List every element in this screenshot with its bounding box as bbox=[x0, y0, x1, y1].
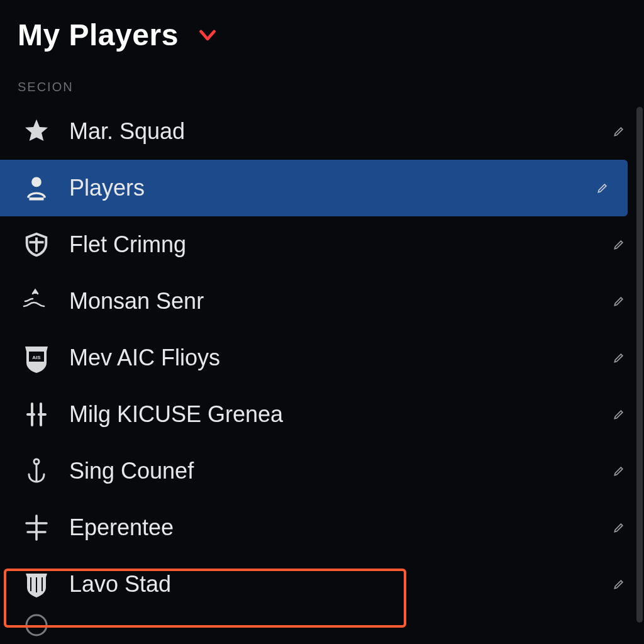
edit-icon[interactable] bbox=[611, 350, 626, 365]
circle-icon bbox=[18, 613, 55, 638]
edit-icon[interactable] bbox=[611, 407, 626, 422]
list-item[interactable]: Lavo Stad bbox=[0, 556, 644, 613]
cross-icon bbox=[18, 509, 55, 547]
list-item-label: Eperentee bbox=[55, 514, 611, 541]
badge-icon: AIS bbox=[18, 339, 55, 377]
list-item-label: Monsan Senr bbox=[55, 288, 611, 314]
edit-icon[interactable] bbox=[611, 577, 626, 592]
shield-icon bbox=[18, 226, 55, 264]
edit-icon[interactable] bbox=[611, 237, 626, 252]
edit-icon[interactable] bbox=[611, 124, 626, 139]
list-item-label: Milg KICUSE Grenea bbox=[55, 401, 611, 428]
list-item[interactable]: Milg KICUSE Grenea bbox=[0, 386, 644, 443]
nav-list: Mar. Squad Players bbox=[0, 103, 644, 638]
edit-icon[interactable] bbox=[595, 180, 610, 196]
list-item[interactable]: Monsan Senr bbox=[0, 273, 644, 330]
list-item-label: Mar. Squad bbox=[55, 118, 611, 145]
list-item-label: Sing Counef bbox=[55, 458, 611, 484]
page-header: My Players bbox=[0, 0, 644, 57]
edit-icon[interactable] bbox=[611, 294, 626, 309]
bars-icon bbox=[18, 396, 55, 433]
star-icon bbox=[18, 113, 55, 150]
list-item-label bbox=[55, 613, 626, 638]
list-item-label: Mev AIC Flioys bbox=[55, 345, 611, 371]
chevron-down-icon[interactable] bbox=[196, 24, 219, 47]
svg-text:AIS: AIS bbox=[32, 355, 41, 360]
svg-point-18 bbox=[26, 615, 47, 635]
person-icon bbox=[18, 169, 55, 207]
edit-icon[interactable] bbox=[611, 520, 626, 535]
list-item[interactable]: Players bbox=[0, 160, 628, 216]
svg-point-0 bbox=[33, 178, 40, 186]
list-item-label: Flet Crimng bbox=[55, 231, 611, 258]
page-title: My Players bbox=[18, 18, 179, 52]
list-item[interactable]: Eperentee bbox=[0, 499, 644, 556]
crest-icon bbox=[18, 565, 55, 603]
list-item[interactable]: Mar. Squad bbox=[0, 103, 644, 160]
list-item[interactable] bbox=[0, 613, 644, 638]
anchor-icon bbox=[18, 452, 55, 490]
wave-icon bbox=[18, 282, 55, 320]
scrollbar[interactable] bbox=[636, 107, 643, 623]
list-item[interactable]: AIS Mev AIC Flioys bbox=[0, 330, 644, 386]
list-item-label: Players bbox=[55, 175, 595, 201]
list-item[interactable]: Flet Crimng bbox=[0, 216, 644, 273]
list-item[interactable]: Sing Counef bbox=[0, 443, 644, 499]
section-label: SECION bbox=[0, 57, 644, 103]
edit-icon[interactable] bbox=[611, 464, 626, 479]
list-item-label: Lavo Stad bbox=[55, 571, 611, 597]
